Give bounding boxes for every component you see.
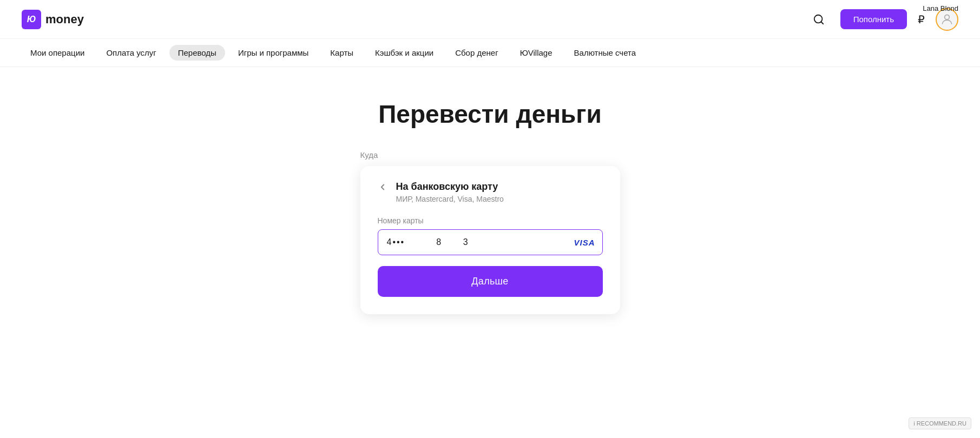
sidebar-item-yovillage[interactable]: ЮVillage [511,45,561,61]
destination-title: На банковскую карту [396,181,504,193]
sidebar-item-services[interactable]: Оплата услуг [97,45,165,61]
sidebar-item-collect[interactable]: Сбор денег [446,45,507,61]
visa-badge: VISA [574,238,595,247]
page-title: Перевести деньги [378,99,601,129]
form-container: Куда На банковскую карту МИР, Mastercard… [360,150,620,314]
sidebar-item-cashback[interactable]: Кэшбэк и акции [366,45,442,61]
main-content: Перевести деньги Куда На банковскую карт… [0,67,980,347]
header: Ю money Lana Blond Пополнить ₽ [0,0,980,39]
search-button[interactable] [808,9,830,30]
destination-subtitle: МИР, Mastercard, Visa, Maestro [396,195,504,203]
svg-point-2 [945,15,950,19]
card-number-input-wrapper: VISA [378,229,603,255]
sidebar-item-games[interactable]: Игры и программы [229,45,317,61]
back-button[interactable] [378,182,387,192]
where-label: Куда [360,150,620,160]
avatar-icon [940,12,954,26]
logo[interactable]: Ю money [22,10,84,29]
sidebar-item-transfers[interactable]: Переводы [169,45,225,61]
card-number-input[interactable] [378,229,603,255]
username: Lana Blond [923,4,958,12]
navigation: Мои операции Оплата услуг Переводы Игры … [0,39,980,67]
submit-button[interactable]: Дальше [378,266,603,297]
search-icon [813,14,825,25]
logo-icon: Ю [22,10,41,29]
svg-line-1 [821,22,823,24]
currency-symbol: ₽ [918,13,925,26]
card-destination: На банковскую карту МИР, Mastercard, Vis… [378,181,603,203]
irecommend-badge: i RECOMMEND.RU [909,417,971,429]
sidebar-item-currency[interactable]: Валютные счета [565,45,645,61]
irecommend-text: i RECOMMEND.RU [913,420,966,427]
chevron-left-icon [378,182,387,192]
topup-button[interactable]: Пополнить [840,9,907,29]
card-number-label: Номер карты [378,216,603,225]
sidebar-item-operations[interactable]: Мои операции [22,45,93,61]
card-panel: На банковскую карту МИР, Mastercard, Vis… [360,166,620,314]
sidebar-item-cards[interactable]: Карты [321,45,362,61]
logo-text: money [45,12,84,26]
destination-info: На банковскую карту МИР, Mastercard, Vis… [396,181,504,203]
